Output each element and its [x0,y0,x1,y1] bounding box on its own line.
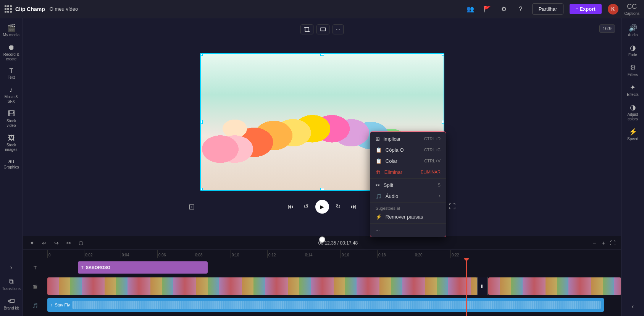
audio-panel-icon: 🔊 [629,24,637,32]
paste-shortcut: CTRL+V [424,159,441,163]
more-options-button[interactable]: ··· [332,24,344,34]
right-panel-filters[interactable]: ⚙ Filters [622,61,644,79]
export-button[interactable]: ↑ Export [570,4,601,14]
context-menu-item-implicar[interactable]: ⊞ implicar CTRL+D [370,133,446,144]
ruler-0-02: 0:02 [84,250,121,258]
adjust-colors-panel-icon: ◑ [630,103,636,112]
sidebar-item-label-my-media: My media [3,33,19,37]
crop-button[interactable] [300,24,313,34]
audio-clip-label: Stay Fly [55,303,70,307]
timeline-tool-magic[interactable]: ✦ [27,238,37,248]
timeline-tool-redo[interactable]: ↪ [52,238,61,248]
right-panel-adjust-colors[interactable]: ◑ Adjust colors [622,101,644,124]
tracks-container: T T SABOROSO 🎬 [23,258,621,316]
captions-button[interactable]: CC Captions [625,3,639,16]
effects-panel-icon: ✦ [630,83,636,92]
timeline-tool-split[interactable]: ⬡ [76,238,86,248]
right-panel-fade[interactable]: ◑ Fade [622,41,644,60]
share-button[interactable]: Partilhar [532,3,563,15]
implicar-shortcut: CTRL+D [424,136,441,141]
brand-kit-icon: 🏷 [8,297,15,305]
split-icon: ✂ [376,182,380,188]
sidebar-item-transitions[interactable]: ⧉ Transitions [1,275,22,293]
app-name: Clip Champ [15,6,45,12]
transitions-icon: ⧉ [9,278,14,286]
remove-pauses-label: Remover pausas [386,214,423,220]
app-grid-icon[interactable] [5,5,12,13]
right-panel-speed[interactable]: ⚡ Speed [622,125,644,144]
context-menu-item-paste[interactable]: 📋 Colar CTRL+V [370,156,446,167]
resize-handle-tr[interactable] [442,53,444,56]
skip-forward-button[interactable]: ⏭ [347,201,360,213]
ruler-0-22: 0:22 [450,250,487,258]
zoom-out-button[interactable]: − [591,239,598,247]
aspect-ratio[interactable]: 16:9 [599,24,615,33]
resize-handle-bm[interactable] [320,188,324,191]
video-title[interactable]: O meu vídeo [50,6,78,12]
resize-handle-ml[interactable] [200,120,203,124]
zoom-fit-button[interactable]: ⛶ [609,239,617,247]
video-track-label: 🎬 [23,285,47,289]
captions-toggle-icon[interactable]: ⊡ [189,202,195,211]
context-menu-item-more[interactable]: ··· [370,224,446,235]
copy-shortcut: CTRL+C [424,147,441,152]
text-track-label: T [23,265,47,271]
context-menu-item-copy[interactable]: 📋 Cópia O CTRL+C [370,144,446,156]
audio-menu-icon: 🎵 [376,193,382,199]
play-pause-button[interactable]: ▶ [315,200,329,214]
zoom-in-button[interactable]: + [600,239,607,247]
timeline-tool-undo[interactable]: ↩ [40,238,49,248]
my-media-icon: 🎬 [7,24,16,32]
timeline-tool-cut[interactable]: ✂ [64,238,73,248]
sidebar-item-text[interactable]: T Text [1,65,22,82]
sidebar-item-record[interactable]: ⏺ Record & create [1,41,22,64]
resize-handle-tm[interactable] [320,53,324,56]
sidebar-item-graphics[interactable]: au Graphics [1,156,22,172]
sidebar-item-music[interactable]: ♪ Music & SFX [1,84,22,106]
context-menu-item-split[interactable]: ✂ Split S [370,180,446,191]
filters-panel-icon: ⚙ [630,63,636,72]
fast-forward-button[interactable]: ↻ [332,201,344,213]
audio-label: Áudio [386,193,398,199]
svg-rect-0 [305,28,309,31]
video-clip-main[interactable] [47,277,478,295]
resize-handle-tl[interactable] [200,53,203,56]
sidebar-collapse-button[interactable]: › [1,261,22,274]
expand-button[interactable] [316,24,329,34]
video-split-marker[interactable]: ⏸ [477,277,487,295]
video-track-content: ⏸ [47,277,621,297]
sidebar-item-brand-kit[interactable]: 🏷 Brand kit [1,295,22,313]
people-icon[interactable]: 👥 [465,4,476,15]
music-icon: ♪ [10,86,13,94]
duplicate-icon: ⊞ [376,136,380,142]
sidebar-item-my-media[interactable]: 🎬 My media [1,21,22,40]
flag-icon[interactable]: 🚩 [482,4,492,15]
sidebar-item-stock-images[interactable]: 🖼 Stock images [1,132,22,154]
implicar-label: implicar [384,136,401,142]
resize-handle-bl[interactable] [200,188,203,191]
help-icon[interactable]: ? [515,4,526,15]
context-menu-item-audio[interactable]: 🎵 Áudio › [370,191,446,202]
sidebar-item-label-brand-kit: Brand kit [4,306,19,311]
audio-note-icon: ♪ [50,303,53,307]
video-clip-second[interactable] [488,277,621,295]
sidebar-item-label-graphics: Graphics [3,165,19,170]
text-clip-saboroso[interactable]: T SABOROSO [78,261,208,274]
right-panel-collapse-button[interactable]: ‹ [629,300,637,313]
rewind-button[interactable]: ↺ [300,201,312,213]
speed-panel-icon: ⚡ [629,128,637,136]
skip-back-button[interactable]: ⏮ [285,201,297,213]
right-panel: 🔊 Audio ◑ Fade ⚙ Filters ✦ Effects ◑ Adj… [621,18,644,316]
rotation-handle[interactable] [319,237,325,243]
settings-icon[interactable]: ⚙ [499,4,509,15]
context-menu-item-delete[interactable]: 🗑 Eliminar ELIMINAR [370,167,446,178]
context-menu-item-remove-pauses[interactable]: ⚡ Remover pausas [370,211,446,222]
sidebar-item-stock-video[interactable]: 🎞 Stock video [1,108,22,130]
right-panel-effects[interactable]: ✦ Effects [622,81,644,99]
fullscreen-button[interactable]: ⛶ [449,203,456,211]
avatar[interactable]: K [608,4,618,15]
audio-clip-stay-fly[interactable]: ♪ Stay Fly [47,298,604,312]
resize-handle-mr[interactable] [442,120,444,124]
ruler-0: 0 [47,250,84,258]
right-panel-audio[interactable]: 🔊 Audio [622,21,644,40]
